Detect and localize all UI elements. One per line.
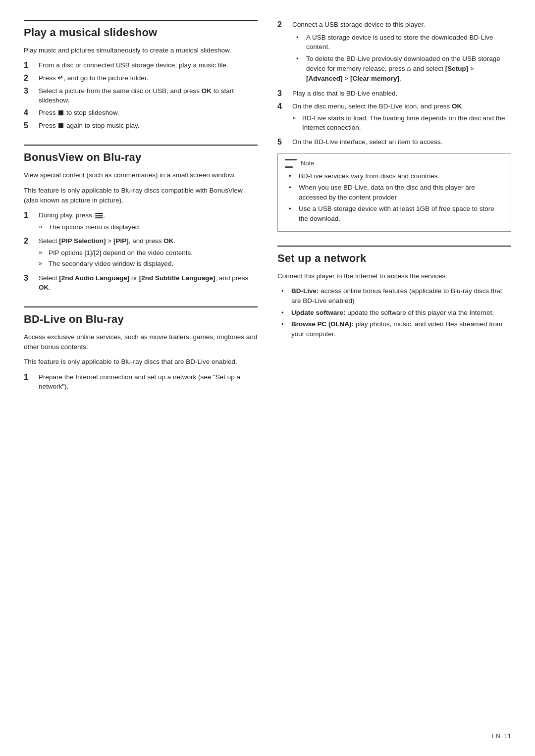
bdlive-step-num-1: 1 <box>24 372 36 383</box>
bdlive-intro2: This feature is only applicable to Blu-r… <box>24 357 258 367</box>
step-num-2: 2 <box>24 73 36 84</box>
bdlive-step-4-content: On the disc menu, select the BD-Live ico… <box>292 101 511 135</box>
note-bullets: BD-Live services vary from discs and cou… <box>285 171 504 224</box>
bv-step-1-content: During play, press . The options menu is… <box>39 210 258 234</box>
step-num-1: 1 <box>24 60 36 71</box>
section-bdlive-continued: 2 Connect a USB storage device to this p… <box>277 20 511 232</box>
step-3-text: Select a picture from the same disc or U… <box>39 87 234 104</box>
step-2: 2 Press ↵, and go to the picture folder. <box>24 73 258 84</box>
bv-step-1-sub: The options menu is displayed. <box>39 222 258 232</box>
bdlive-step-2-text: Connect a USB storage device to this pla… <box>292 21 425 28</box>
bdlive-step-4-sub: BD-Live starts to load. The loading time… <box>292 113 511 133</box>
bdlive-step-4-text: On the disc menu, select the BD-Live ico… <box>292 102 464 110</box>
bonusview-intro1: View special content (such as commentari… <box>24 170 258 180</box>
left-column: Play a musical slideshow Play music and … <box>24 20 258 405</box>
note-bullet-2: When you use BD-Live, data on the disc a… <box>285 183 504 202</box>
step-1-content: From a disc or connected USB storage dev… <box>39 60 258 70</box>
bdlive-step-1-text: Prepare the Internet connection and set … <box>39 373 240 391</box>
bdlive-step-3-text: Play a disc that is BD-Live enabled. <box>292 90 397 97</box>
bdlive-steps: 1 Prepare the Internet connection and se… <box>24 372 258 392</box>
home-icon: ⌂ <box>407 63 411 73</box>
menu-icon <box>95 213 103 218</box>
bonusview-steps: 1 During play, press . The options menu … <box>24 210 258 293</box>
bdlive-step-2-bullets: A USB storage device is used to store th… <box>292 33 511 84</box>
step-3: 3 Select a picture from the same disc or… <box>24 86 258 105</box>
step-5: 5 Press again to stop music play. <box>24 121 258 131</box>
step-num-5: 5 <box>24 121 36 131</box>
bv-step-num-3: 3 <box>24 273 36 284</box>
note-bullet-1: BD-Live services vary from discs and cou… <box>285 171 504 181</box>
bdlive-step-1: 1 Prepare the Internet connection and se… <box>24 372 258 392</box>
page-footer: EN 11 <box>491 732 511 741</box>
network-bullet-update-text: Update software: update the software of … <box>291 308 494 318</box>
network-bullet-dlna-text: Browse PC (DLNA): play photos, music, an… <box>291 319 511 339</box>
section-title-network: Set up a network <box>277 246 511 266</box>
play-slideshow-steps: 1 From a disc or connected USB storage d… <box>24 60 258 131</box>
bdlive-intro1: Access exclusive online services, such a… <box>24 332 258 353</box>
network-bullet-bdlive: BD-Live: access online bonus features (a… <box>277 286 511 305</box>
bdlive-bullet-2: To delete the BD-Live previously downloa… <box>292 54 511 84</box>
note-header: Note <box>285 159 504 168</box>
network-bullet-update: Update software: update the software of … <box>277 308 511 318</box>
bonusview-intro2: This feature is only applicable to Blu-r… <box>24 186 258 206</box>
bv-step-2: 2 Select [PIP Selection] > [PIP], and pr… <box>24 236 258 271</box>
stop-icon-1 <box>58 110 63 115</box>
step-4-content: Press to stop slideshow. <box>39 108 258 118</box>
bv-sub-1-1: The options menu is displayed. <box>39 222 258 232</box>
note-lines-icon <box>285 159 297 168</box>
note-label: Note <box>301 159 314 168</box>
bdlive-step-num-5: 5 <box>277 137 289 148</box>
section-network: Set up a network Connect this player to … <box>277 246 511 339</box>
bdlive-step-5-content: On the BD-Live interface, select an item… <box>292 137 511 147</box>
step-1-text: From a disc or connected USB storage dev… <box>39 61 228 69</box>
section-bdlive: BD-Live on Blu-ray Access exclusive onli… <box>24 306 258 392</box>
bdlive-step-2: 2 Connect a USB storage device to this p… <box>277 20 511 86</box>
bv-step-3-content: Select [2nd Audio Language] or [2nd Subt… <box>39 273 258 293</box>
bv-step-2-text: Select [PIP Selection] > [PIP], and pres… <box>39 237 175 245</box>
bdlive-step-2-content: Connect a USB storage device to this pla… <box>292 20 511 86</box>
step-5-content: Press again to stop music play. <box>39 121 258 131</box>
section-intro-play-slideshow: Play music and pictures simultaneously t… <box>24 46 258 55</box>
step-1: 1 From a disc or connected USB storage d… <box>24 60 258 71</box>
network-intro: Connect this player to the Internet to a… <box>277 271 511 281</box>
bdlive-step-1-content: Prepare the Internet connection and set … <box>39 372 258 392</box>
step-3-content: Select a picture from the same disc or U… <box>39 86 258 105</box>
bdlive-step-5: 5 On the BD-Live interface, select an it… <box>277 137 511 148</box>
bdlive-step-num-4: 4 <box>277 101 289 112</box>
section-title-bonusview: BonusView on Blu-ray <box>24 145 258 165</box>
step-2-text: Press ↵, and go to the picture folder. <box>39 74 148 82</box>
note-box: Note BD-Live services vary from discs an… <box>277 153 511 232</box>
bdlive-step-3-content: Play a disc that is BD-Live enabled. <box>292 89 511 99</box>
step-5-text: Press again to stop music play. <box>39 122 140 129</box>
step-2-content: Press ↵, and go to the picture folder. <box>39 73 258 83</box>
footer-page: 11 <box>504 732 511 740</box>
section-title-bdlive: BD-Live on Blu-ray <box>24 306 258 327</box>
bv-step-3: 3 Select [2nd Audio Language] or [2nd Su… <box>24 273 258 293</box>
step-num-4: 4 <box>24 108 36 118</box>
section-play-slideshow: Play a musical slideshow Play music and … <box>24 20 258 131</box>
bdlive-sub-4-1: BD-Live starts to load. The loading time… <box>292 113 511 133</box>
section-title-play-slideshow: Play a musical slideshow <box>24 20 258 41</box>
bv-step-2-sub: PIP options [1]/[2] depend on the video … <box>39 248 258 269</box>
bv-sub-2-2: The secondary video window is displayed. <box>39 259 258 269</box>
note-bullet-3: Use a USB storage device with at least 1… <box>285 204 504 223</box>
footer-lang: EN <box>491 732 500 740</box>
section-bonusview: BonusView on Blu-ray View special conten… <box>24 145 258 293</box>
bv-step-num-2: 2 <box>24 236 36 247</box>
bv-sub-2-1: PIP options [1]/[2] depend on the video … <box>39 248 258 258</box>
bv-step-3-text: Select [2nd Audio Language] or [2nd Subt… <box>39 274 248 292</box>
bv-step-1-text: During play, press . <box>39 211 106 219</box>
network-bullets: BD-Live: access online bonus features (a… <box>277 286 511 339</box>
bdlive-continued-steps: 2 Connect a USB storage device to this p… <box>277 20 511 148</box>
bdlive-step-num-2: 2 <box>277 20 289 30</box>
bdlive-step-num-3: 3 <box>277 89 289 99</box>
network-bullet-bdlive-text: BD-Live: access online bonus features (a… <box>291 286 511 305</box>
step-num-3: 3 <box>24 86 36 97</box>
bv-step-2-content: Select [PIP Selection] > [PIP], and pres… <box>39 236 258 271</box>
network-bullet-dlna: Browse PC (DLNA): play photos, music, an… <box>277 319 511 339</box>
right-column: 2 Connect a USB storage device to this p… <box>277 20 511 405</box>
bdlive-step-4: 4 On the disc menu, select the BD-Live i… <box>277 101 511 135</box>
bv-step-1: 1 During play, press . The options menu … <box>24 210 258 234</box>
step-4: 4 Press to stop slideshow. <box>24 108 258 118</box>
step-4-text: Press to stop slideshow. <box>39 109 119 116</box>
